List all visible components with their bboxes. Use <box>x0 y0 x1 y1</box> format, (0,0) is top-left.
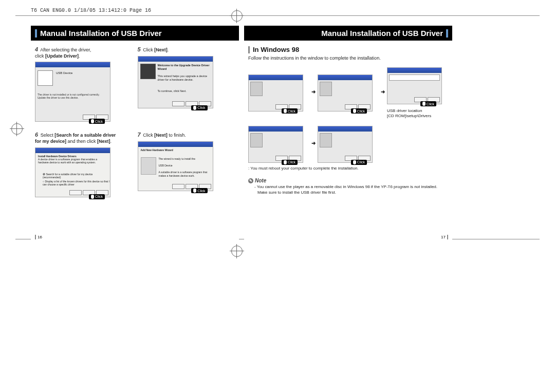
arrow-icon: ➜ <box>380 89 386 95</box>
step-5-text: Click [Next]. <box>143 47 169 52</box>
step-5: 5 Click [Next]. Welcome to the Upgrade D… <box>138 46 235 122</box>
left-page: Manual Installation of USB Driver 4 Afte… <box>31 26 239 241</box>
step-6-text: Select [Search for a suitable driverfor … <box>35 133 116 144</box>
registration-mark-bottom <box>231 246 243 257</box>
click-label: Click <box>89 119 105 124</box>
left-page-number: 16 <box>35 235 42 239</box>
registration-mark-side <box>11 123 23 135</box>
mouse-icon <box>193 106 196 110</box>
flow-screenshot-4: Click <box>248 126 303 163</box>
step-7-text: Click [Next] to finish. <box>143 133 186 138</box>
loc-label: USB driver location <box>387 108 422 113</box>
note-label: Note <box>255 178 266 183</box>
left-title-bar: Manual Installation of USB Driver <box>31 26 239 41</box>
step-7-num: 7 <box>138 132 141 138</box>
crop-line-top <box>15 15 540 16</box>
subheading-desc: Follow the instructions in the window to… <box>248 55 448 61</box>
step-4-screenshot: USB Device The driver is not installed o… <box>35 62 110 122</box>
page-spread: Manual Installation of USB Driver 4 Afte… <box>31 26 452 241</box>
right-title: Manual Installation of USB Driver <box>321 29 443 38</box>
subheading-text: In Windows 98 <box>253 46 299 53</box>
print-header: T6 CAN ENG0.0 1/18/05 13:1412:0 Page 16 <box>31 8 151 13</box>
right-content: In Windows 98 Follow the instructions in… <box>244 41 452 200</box>
step-4: 4 After selecting the driver, click [Upd… <box>35 46 133 122</box>
flow-grid: Click ➜ Click ➜ Click USB driver locatio… <box>248 65 448 163</box>
step-4-text-b: click [Update Driver]. <box>35 53 80 59</box>
left-title: Manual Installation of USB Driver <box>40 29 162 38</box>
mouse-icon <box>193 189 196 193</box>
right-page: Manual Installation of USB Driver In Win… <box>244 26 452 241</box>
step-5-screenshot: Welcome to the Upgrade Device Driver Wiz… <box>138 56 213 108</box>
click-label: Click <box>191 188 207 193</box>
step-4-text-a: After selecting the driver, <box>40 47 91 52</box>
step-6-screenshot: Install Hardware Device DriversA device … <box>35 147 110 197</box>
note-icon: ✎ <box>248 178 253 183</box>
step-4-num: 4 <box>35 46 38 52</box>
note-line-2: Make sure to install the USB driver file… <box>254 190 336 195</box>
flow-screenshot-5: Click <box>318 126 373 163</box>
arrow-icon: ➜ <box>310 140 317 146</box>
registration-mark-top <box>231 10 243 22</box>
left-content: 4 After selecting the driver, click [Upd… <box>31 41 239 204</box>
click-label: Click <box>191 105 207 110</box>
mouse-icon <box>91 119 94 123</box>
right-title-bar: Manual Installation of USB Driver <box>244 26 452 41</box>
flow-screenshot-2: Click <box>318 74 373 111</box>
click-label: Click <box>89 194 105 199</box>
flow-screenshot-1: Click <box>248 74 303 111</box>
step-7-screenshot: Add New Hardware Wizard The wizard is re… <box>138 141 213 191</box>
subheading: In Windows 98 <box>248 46 448 53</box>
title-accent-bar <box>35 29 37 38</box>
arrow-icon: ➜ <box>310 89 317 95</box>
note-line-1: - You cannot use the player as a removab… <box>254 184 437 189</box>
mouse-icon <box>91 195 94 199</box>
right-page-number: 17 <box>441 235 448 239</box>
loc-path: [CD ROM]\setup\Drivers <box>387 114 431 118</box>
flow-screenshot-3: Click <box>387 67 442 104</box>
note-box: ✎ Note - You cannot use the player as a … <box>248 178 448 195</box>
step-7: 7 Click [Next] to finish. Add New Hardwa… <box>138 131 235 197</box>
step-6-num: 6 <box>35 132 38 138</box>
title-accent-bar <box>446 29 448 38</box>
step-5-num: 5 <box>138 46 141 52</box>
reboot-note: : You must reboot your computer to compl… <box>248 166 448 171</box>
subheading-bar <box>248 46 250 53</box>
step-6: 6 Select [Search for a suitable driverfo… <box>35 131 133 197</box>
